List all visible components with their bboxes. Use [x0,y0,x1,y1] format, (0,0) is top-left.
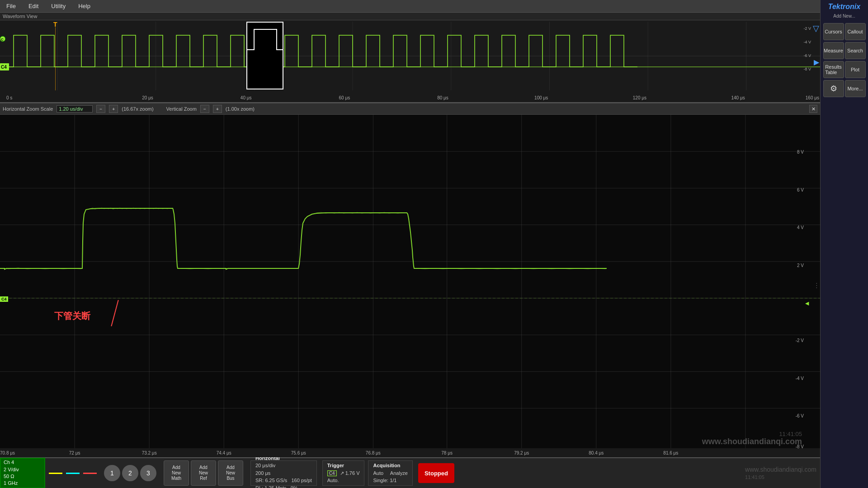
t-label-160us: 160 μs [806,95,819,100]
brand-subtitle[interactable]: Add New... [833,14,855,19]
t-main-9: 81.6 μs [663,450,678,455]
ch4-ohm: 50 Ω [4,473,42,480]
acq-info: Acquisition Auto Analyze Single: 1/1 [368,460,412,486]
trigger-info: Trigger C4 ↗ 1.76 V Auto. [322,460,365,486]
callout-button[interactable]: Callout [845,23,866,40]
h-zoom-minus[interactable]: − [96,105,105,113]
results-plot-row: ResultsTable Plot [823,61,866,78]
menubar: File Edit Utility Help [0,0,868,13]
ch3-button[interactable]: 3 [140,465,156,481]
time-axis: 70.8 μs 72 μs 73.2 μs 74.4 μs 75.6 μs 76… [0,448,820,457]
ch-red-line [83,473,97,474]
add-bus-button[interactable]: AddNewBus [218,460,243,486]
waveform-main[interactable]: 8 V 6 V 4 V 2 V -2 V -4 V -6 V -8 V ··· … [0,115,820,457]
grid-svg [0,115,820,448]
watermark: www.shoudiandianqi.com [702,437,802,446]
h-zoom-label: Horizontal Zoom Scale [3,106,53,112]
settings-icon-button[interactable]: ⚙ [823,80,844,97]
v-zoom-value: (1.00x zoom) [226,106,255,112]
zoom-preview-svg [247,23,283,89]
t-label-120us: 120 μs [633,95,646,100]
trigger-label: Trigger [327,462,360,469]
add-math-button[interactable]: AddNewMath [164,460,189,486]
measure-button[interactable]: Measure [823,42,844,59]
menu-edit[interactable]: Edit [26,2,41,10]
ch4-marker: C4 [0,296,8,302]
ch-cyan-line [66,473,80,474]
t-main-8: 80.4 μs [589,450,604,455]
horiz-sample: 200 μs [255,469,312,477]
horiz-time-div: 20 μs/div [255,462,312,469]
v-zoom-plus[interactable]: + [213,105,222,113]
t-main-0: 70.8 μs [0,450,15,455]
vlabel-2v: 2 V [797,263,804,268]
add-buttons: AddNewMath AddNewRef AddNewBus [160,458,247,488]
ch4-info-text: Ch 4 2 V/div 50 Ω 1 GHz [4,459,42,487]
brand-panel: Tektronix Add New... Cursors Callout Mea… [820,0,868,488]
trigger-level: ↗ 1.76 V [340,470,360,476]
trigger-mode: Auto. [327,477,360,484]
ch-num-buttons: 1 2 3 [100,458,160,488]
annotation-line [111,300,118,326]
t-label-80us: 80 μs [437,95,448,100]
acq-label: Acquisition [373,462,407,469]
svg-text:C: C [1,38,4,42]
t-main-5: 76.8 μs [366,450,381,455]
plot-button[interactable]: Plot [845,61,866,78]
zoom-selection-box[interactable] [246,22,283,89]
ch4-level-arrow: ◄ [804,300,810,307]
t-main-3: 74.4 μs [217,450,231,455]
more-button[interactable]: More... [845,80,866,97]
ov-voltage-label-1: -4 V [803,40,811,44]
main-content: Waveform View C4 C [0,13,820,488]
h-scale-input[interactable] [57,105,93,113]
t-main-6: 78 μs [441,450,453,455]
menu-file[interactable]: File [4,2,19,10]
results-table-button[interactable]: ResultsTable [823,61,844,78]
t-label-40us: 40 μs [241,95,252,100]
ch2-button[interactable]: 2 [122,465,138,481]
ch4-info-box[interactable]: Ch 4 2 V/div 50 Ω 1 GHz [0,458,45,488]
timestamp-display: 11:41:05 [779,431,802,437]
v-zoom-minus[interactable]: − [200,105,209,113]
ch1-button[interactable]: 1 [104,465,120,481]
h-zoom-value: (16.67x zoom) [122,106,153,112]
add-ref-button[interactable]: AddNewRef [191,460,216,486]
arrow-right-icon[interactable]: ▶ [814,58,819,66]
cursors-callout-row: Cursors Callout [823,23,866,40]
t-label-140us: 140 μs [731,95,745,100]
ch4-freq: 1 GHz [4,480,42,487]
vlabel-4v: 4 V [797,225,804,230]
menu-utility[interactable]: Utility [48,2,68,10]
filter-icon[interactable]: ▽ [813,23,819,33]
ov-voltage-label-0: -2 V [803,26,811,31]
search-button[interactable]: Search [845,42,866,59]
vlabel-6v: 6 V [797,188,804,192]
close-zoom-button[interactable]: ✕ [809,105,817,113]
annotation-text: 下管关断 [54,310,90,322]
t-label-20us: 20 μs [142,95,153,100]
t-main-7: 79.2 μs [514,450,529,455]
ch-yellow-line [49,473,62,474]
trigger-line [55,27,56,90]
vlabel-neg2v: -2 V [796,338,804,343]
acq-single: Single: 1/1 [373,477,407,484]
t-main-4: 75.6 μs [291,450,306,455]
ch-indicators [45,458,100,488]
svg-rect-14 [247,23,283,89]
stopped-button[interactable]: Stopped [418,463,454,483]
ch4-label: Ch 4 [4,459,42,466]
menu-help[interactable]: Help [75,2,93,10]
icon-more-row: ⚙ More... [823,80,866,97]
cursors-button[interactable]: Cursors [823,23,844,40]
status-bar: Ch 4 2 V/div 50 Ω 1 GHz 1 2 3 AddNewMath… [0,457,820,488]
status-watermark: www.shoudiandianqi.com11:41:05 [745,466,816,480]
t-main-2: 73.2 μs [142,450,157,455]
v-zoom-label: Vertical Zoom [166,106,197,112]
h-zoom-plus[interactable]: + [109,105,118,113]
horiz-info: Horizontal 20 μs/div 200 μs SR: 6.25 GS/… [250,460,317,486]
ov-voltage-label-3: -8 V [803,67,811,71]
overview-waveform-svg: C4 C [0,22,820,90]
measure-search-row: Measure Search [823,42,866,59]
ov-voltage-label-2: -6 V [803,53,811,58]
